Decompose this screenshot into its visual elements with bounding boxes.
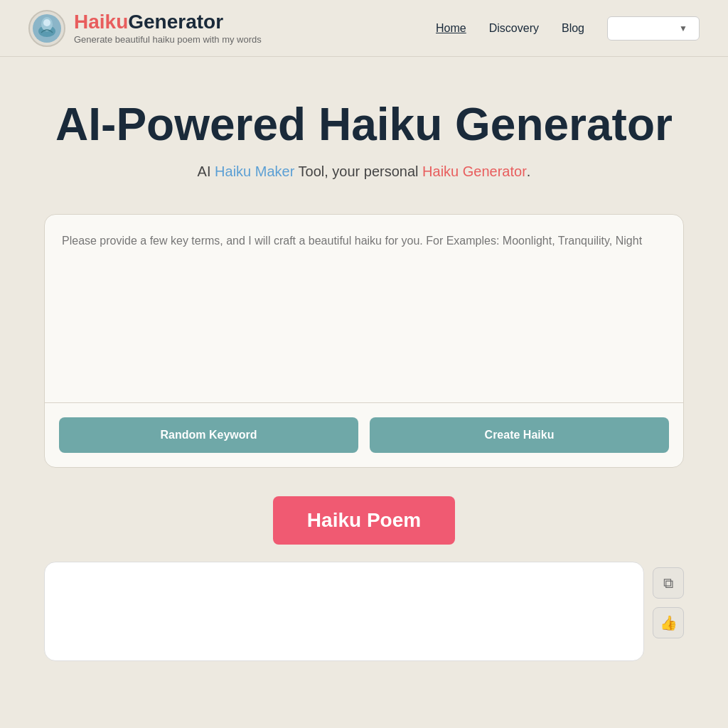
- hero-subtitle: AI Haiku Maker Tool, your personal Haiku…: [198, 164, 531, 180]
- nav-language-dropdown[interactable]: ▼: [607, 16, 700, 41]
- dropdown-label: [619, 23, 622, 34]
- nav-home[interactable]: Home: [436, 22, 466, 35]
- nav-blog[interactable]: Blog: [562, 22, 584, 35]
- copy-icon: ⧉: [663, 575, 673, 592]
- create-haiku-button[interactable]: Create Haiku: [370, 417, 669, 453]
- button-row: Random Keyword Create Haiku: [45, 403, 683, 467]
- input-area: [45, 215, 683, 391]
- input-card: Random Keyword Create Haiku: [44, 214, 684, 468]
- poem-actions: ⧉ 👍: [653, 562, 684, 638]
- main-nav: Home Discovery Blog ▼: [436, 16, 700, 41]
- chevron-down-icon: ▼: [679, 23, 687, 33]
- haiku-generator-link[interactable]: Haiku Generator: [422, 164, 527, 179]
- subtitle-prefix: AI: [198, 164, 215, 179]
- haiku-maker-link[interactable]: Haiku Maker: [215, 164, 294, 179]
- subtitle-middle: Tool, your personal: [294, 164, 422, 179]
- logo-text: HaikuGenerator Generate beautiful haiku …: [74, 11, 262, 46]
- poem-output-container: ⧉ 👍: [44, 562, 684, 661]
- haiku-poem-banner: Haiku Poem: [273, 496, 455, 545]
- like-button[interactable]: 👍: [653, 607, 684, 638]
- logo-title: HaikuGenerator: [74, 11, 262, 33]
- logo-icon: [28, 10, 65, 47]
- logo-subtitle: Generate beautiful haiku poem with my wo…: [74, 34, 262, 45]
- svg-point-3: [43, 19, 50, 26]
- logo-area: HaikuGenerator Generate beautiful haiku …: [28, 10, 436, 47]
- copy-button[interactable]: ⧉: [653, 567, 684, 599]
- page-title: AI-Powered Haiku Generator: [55, 100, 673, 149]
- random-keyword-button[interactable]: Random Keyword: [59, 417, 358, 453]
- nav-discovery[interactable]: Discovery: [489, 22, 539, 35]
- logo-haiku-part: Haiku: [74, 11, 128, 33]
- keyword-input[interactable]: [62, 232, 666, 388]
- logo-generator-part: Generator: [128, 11, 223, 33]
- subtitle-suffix: .: [527, 164, 531, 179]
- poem-card: [44, 562, 644, 661]
- like-icon: 👍: [660, 614, 678, 631]
